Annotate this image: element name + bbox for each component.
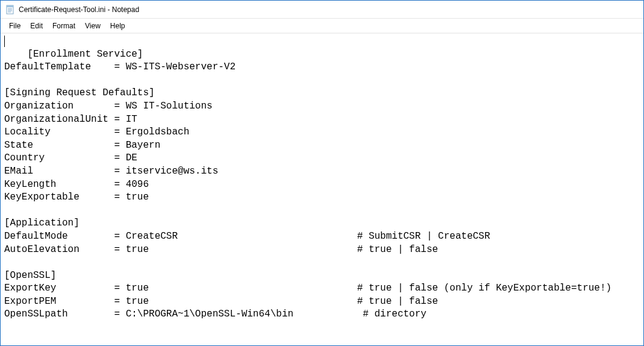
- text-editor[interactable]: [Enrollment Service] DefaultTemplate = W…: [1, 33, 643, 345]
- notepad-icon: [5, 5, 15, 14]
- menu-edit[interactable]: Edit: [25, 20, 48, 31]
- menu-format[interactable]: Format: [48, 20, 80, 31]
- notepad-window: Certificate-Request-Tool.ini - Notepad F…: [0, 0, 644, 346]
- menu-view[interactable]: View: [80, 20, 105, 31]
- menubar: File Edit Format View Help: [1, 19, 643, 33]
- svg-rect-1: [7, 5, 13, 7]
- titlebar[interactable]: Certificate-Request-Tool.ini - Notepad: [1, 1, 643, 19]
- menu-help[interactable]: Help: [105, 20, 130, 31]
- window-title: Certificate-Request-Tool.ini - Notepad: [19, 5, 139, 14]
- text-caret: [4, 36, 5, 47]
- menu-file[interactable]: File: [4, 20, 25, 31]
- editor-content: [Enrollment Service] DefaultTemplate = W…: [4, 49, 611, 320]
